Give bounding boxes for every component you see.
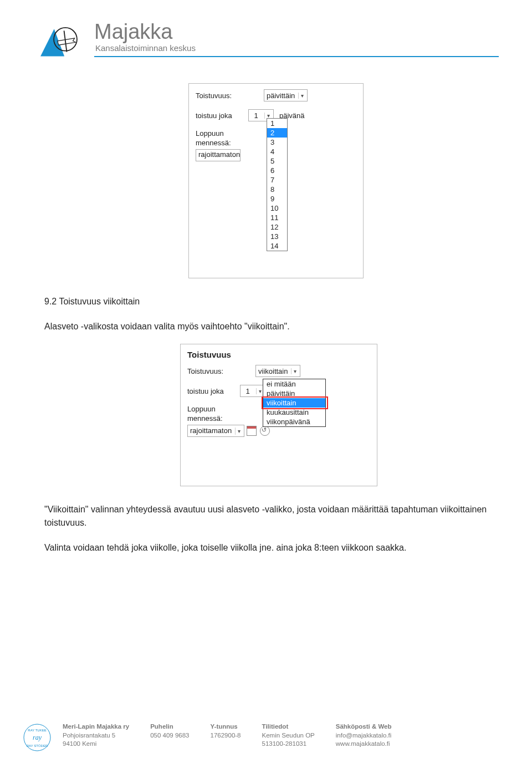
dropdown-option[interactable]: 5 xyxy=(267,156,287,166)
footer-heading: Sähköposti & Web xyxy=(336,723,392,731)
recurrence-label: Toistuvuus: xyxy=(187,367,234,375)
footer-heading: Tilitiedot xyxy=(262,723,315,731)
page-subtitle: Kansalaistoiminnan keskus xyxy=(95,43,499,53)
footer-org: Meri-Lapin Majakka ry Pohjoisrantakatu 5… xyxy=(63,723,129,749)
dropdown-option[interactable]: 2 xyxy=(267,128,287,138)
until-select[interactable]: rajoittamaton xyxy=(196,149,241,161)
header-rule xyxy=(94,56,499,57)
footer-line: info@majakkatalo.fi xyxy=(336,731,392,740)
dropdown-option[interactable]: ei mitään xyxy=(263,379,325,389)
dropdown-option[interactable]: 14 xyxy=(267,241,287,251)
footer-line: Pohjoisrantakatu 5 xyxy=(63,731,129,740)
recurrence-select-value: viikoittain xyxy=(258,367,288,375)
footer-line: 050 409 9683 xyxy=(150,731,189,740)
chevron-down-icon: ▾ xyxy=(291,368,299,374)
footer-web: Sähköposti & Web info@majakkatalo.fi www… xyxy=(336,723,392,749)
svg-text:ray: ray xyxy=(33,734,42,741)
recurrence-select-value: päivittäin xyxy=(267,91,295,100)
page-title: Majakka xyxy=(94,21,499,42)
svg-text:RAY TUKEE: RAY TUKEE xyxy=(28,729,46,732)
footer-phone: Puhelin 050 409 9683 xyxy=(150,723,189,749)
repeat-interval-select[interactable]: 1 ▾ xyxy=(240,385,265,397)
recurrence-label: Toistuvuus: xyxy=(196,91,243,100)
dropdown-option[interactable]: päivittäin xyxy=(263,389,325,398)
footer-line: 1762900-8 xyxy=(211,731,241,740)
dropdown-option[interactable]: 11 xyxy=(267,213,287,222)
dropdown-option[interactable]: viikonpäivänä xyxy=(263,417,325,426)
screenshot-recurrence-daily: Toistuvuus: päivittäin ▾ toistuu joka 1 … xyxy=(188,83,364,278)
dropdown-option[interactable]: 9 xyxy=(267,194,287,204)
paragraph: Alasveto -valikosta voidaan valita myös … xyxy=(44,320,493,333)
paragraph: "Viikoittain" valinnan yhteydessä avautu… xyxy=(44,503,493,528)
dropdown-option[interactable]: 12 xyxy=(267,222,287,232)
section-heading: 9.2 Toistuvuus viikoittain xyxy=(44,295,493,308)
recurrence-select[interactable]: päivittäin ▾ xyxy=(264,89,308,101)
footer-line: Kemin Seudun OP xyxy=(262,731,315,740)
footer-line: 513100-281031 xyxy=(262,740,315,749)
dropdown-option[interactable]: 7 xyxy=(267,175,287,185)
dropdown-option[interactable]: viikoittain xyxy=(263,398,325,408)
dropdown-option[interactable]: 4 xyxy=(267,147,287,156)
recurrence-dropdown-list[interactable]: ei mitäänpäivittäinviikoittainkuukausitt… xyxy=(263,379,326,427)
svg-text:RAY STÖDER: RAY STÖDER xyxy=(27,744,48,747)
dropdown-option[interactable]: 13 xyxy=(267,232,287,241)
dropdown-option[interactable]: kuukausittain xyxy=(263,408,325,417)
reset-icon[interactable] xyxy=(260,426,270,436)
dropdown-option[interactable]: 10 xyxy=(267,204,287,213)
dropdown-option[interactable]: 8 xyxy=(267,185,287,194)
calendar-icon[interactable] xyxy=(247,426,257,436)
interval-dropdown-list[interactable]: 1234567891011121314 xyxy=(267,118,288,251)
logo xyxy=(39,17,83,72)
footer-line: 94100 Kemi xyxy=(63,740,129,749)
repeat-interval-value: 1 xyxy=(243,387,253,395)
fieldset-legend: Toistuvuus xyxy=(187,350,370,359)
recurrence-select[interactable]: viikoittain ▾ xyxy=(255,365,300,377)
until-value: rajoittamaton xyxy=(190,426,232,436)
footer-ytunnus: Y-tunnus 1762900-8 xyxy=(211,723,241,749)
paragraph: Valinta voidaan tehdä joka viikolle, jok… xyxy=(44,541,493,554)
until-value: rajoittamaton xyxy=(198,150,240,160)
ray-badge: RAY TUKEE ray RAY STÖDER xyxy=(22,723,53,753)
footer-heading: Meri-Lapin Majakka ry xyxy=(63,723,129,731)
dropdown-option[interactable]: 1 xyxy=(267,119,287,128)
dropdown-option[interactable]: 3 xyxy=(267,138,287,147)
repeat-every-label: toistuu joka xyxy=(187,387,234,395)
chevron-down-icon: ▾ xyxy=(264,113,272,119)
screenshot-recurrence-weekly: Toistuvuus Toistuvuus: viikoittain ▾ toi… xyxy=(180,344,377,486)
footer-line: www.majakkatalo.fi xyxy=(336,740,392,749)
repeat-interval-value: 1 xyxy=(251,111,261,120)
footer-heading: Y-tunnus xyxy=(211,723,241,731)
footer-heading: Puhelin xyxy=(150,723,189,731)
repeat-every-label: toistuu joka xyxy=(196,111,243,120)
until-select[interactable]: rajoittamaton ▾ xyxy=(187,425,244,437)
chevron-down-icon: ▾ xyxy=(298,93,306,99)
footer-bank: Tilitiedot Kemin Seudun OP 513100-281031 xyxy=(262,723,315,749)
chevron-down-icon: ▾ xyxy=(235,428,243,435)
dropdown-option[interactable]: 6 xyxy=(267,166,287,175)
